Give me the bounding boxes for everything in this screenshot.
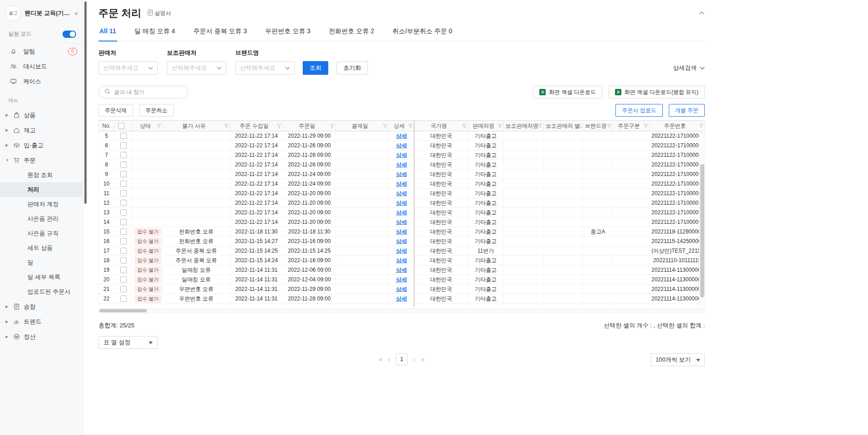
next-page-button[interactable]: ›	[413, 355, 415, 363]
column-header-sub_alias[interactable]: 보조판매처 별…	[544, 121, 583, 131]
order-upload-button[interactable]: 주문서 업로드	[615, 104, 662, 117]
tab-4[interactable]: 전화번호 오류 2	[328, 23, 375, 41]
row-checkbox[interactable]	[120, 267, 127, 273]
order-delete-button[interactable]: 주문삭제	[98, 104, 133, 117]
row-checkbox[interactable]	[120, 142, 127, 149]
row-checkbox[interactable]	[120, 209, 127, 216]
detail-link[interactable]: 상세	[396, 295, 407, 302]
prev-page-button[interactable]: ‹	[388, 355, 390, 363]
detail-link[interactable]: 상세	[396, 209, 407, 216]
column-header-no[interactable]: No.	[99, 121, 114, 131]
last-page-button[interactable]: »	[421, 355, 424, 363]
find-in-results-input[interactable]	[114, 89, 182, 95]
filter-icon[interactable]	[277, 124, 282, 130]
sidebar-menu-products[interactable]: ▶상품	[0, 108, 83, 123]
detail-link[interactable]: 상세	[396, 219, 407, 225]
detail-link[interactable]: 상세	[396, 286, 407, 292]
row-checkbox[interactable]	[120, 286, 127, 292]
filter-select[interactable]: 선택해주세요	[98, 61, 158, 75]
reset-button[interactable]: 초기화	[336, 61, 368, 75]
excel-download-button[interactable]: X 화면 엑셀 다운로드	[533, 86, 602, 98]
detail-link[interactable]: 상세	[396, 276, 407, 283]
detail-link[interactable]: 상세	[396, 228, 407, 235]
filter-icon[interactable]	[537, 124, 542, 130]
sidebar-submenu-item[interactable]: 판매처 계정	[0, 197, 83, 212]
tab-2[interactable]: 주문서 중복 오류 3	[192, 23, 248, 41]
sidebar-submenu-item[interactable]: 업로드된 주문서	[0, 285, 83, 299]
column-header-order_date[interactable]: 주문일	[283, 121, 336, 131]
column-header-brand[interactable]: 브랜드명	[583, 121, 613, 131]
row-checkbox[interactable]	[120, 295, 127, 302]
sidebar-collapse-icon[interactable]: «	[74, 10, 78, 17]
row-checkbox[interactable]	[120, 248, 127, 254]
column-header-reason[interactable]: 불가 사유	[163, 121, 230, 131]
filter-icon[interactable]	[382, 124, 388, 130]
row-checkbox[interactable]	[120, 257, 127, 264]
sidebar-menu-inout[interactable]: ▶입·출고	[0, 138, 83, 153]
find-in-results[interactable]	[98, 86, 188, 98]
sidebar-submenu-item[interactable]: 딜	[0, 255, 83, 270]
sidebar-item-dashboard[interactable]: 대시보드	[0, 59, 83, 74]
sidebar-menu-invoice[interactable]: ▶송장	[0, 299, 83, 314]
row-checkbox[interactable]	[120, 133, 127, 139]
column-header-order_type[interactable]: 주문구분	[613, 121, 650, 131]
column-header-checkbox[interactable]	[114, 121, 133, 131]
detail-link[interactable]: 상세	[396, 161, 407, 168]
tab-1[interactable]: 딜 매칭 오류 4	[134, 23, 176, 41]
detail-link[interactable]: 상세	[396, 200, 407, 206]
filter-icon[interactable]	[462, 124, 467, 130]
row-checkbox[interactable]	[120, 190, 127, 197]
detail-link[interactable]: 상세	[396, 142, 407, 149]
row-checkbox[interactable]	[120, 238, 127, 244]
filter-icon[interactable]	[607, 124, 612, 130]
detail-link[interactable]: 상세	[396, 181, 407, 187]
detail-link[interactable]: 상세	[396, 133, 407, 139]
experiment-mode-toggle[interactable]	[62, 31, 76, 38]
individual-order-button[interactable]: 개별 주문	[669, 104, 705, 117]
filter-icon[interactable]	[408, 124, 413, 130]
row-checkbox[interactable]	[120, 276, 127, 283]
filter-icon[interactable]	[224, 124, 229, 130]
detail-link[interactable]: 상세	[396, 248, 407, 254]
current-page[interactable]: 1	[396, 353, 408, 365]
tab-5[interactable]: 취소/부분취소 주문 0	[392, 23, 453, 41]
tab-0[interactable]: All 11	[98, 23, 117, 41]
row-checkbox[interactable]	[120, 152, 127, 158]
column-header-pay_date[interactable]: 결제일	[336, 121, 389, 131]
sidebar-submenu-item[interactable]: 사은품 관리	[0, 212, 83, 226]
sidebar-scrollbar[interactable]	[83, 0, 88, 435]
row-checkbox[interactable]	[120, 228, 127, 235]
filter-icon[interactable]	[643, 124, 648, 130]
filter-icon[interactable]	[330, 124, 335, 130]
detail-link[interactable]: 상세	[396, 257, 407, 264]
sidebar-item-alerts[interactable]: 알림0	[0, 44, 83, 59]
sidebar-scrollbar-thumb[interactable]	[84, 1, 87, 204]
filter-icon[interactable]	[699, 124, 704, 130]
sidebar-submenu-item[interactable]: 처리	[0, 182, 83, 197]
column-header-seller[interactable]: 판매처명	[468, 121, 504, 131]
header-collapse-icon[interactable]	[698, 11, 705, 16]
sidebar-menu-settlement[interactable]: ▶₩정산	[0, 329, 83, 344]
detail-link[interactable]: 상세	[396, 190, 407, 197]
order-cancel-button[interactable]: 주문취소	[139, 104, 174, 117]
filter-select[interactable]: 선택해주세요	[167, 61, 226, 75]
table-vertical-scrollbar[interactable]	[699, 131, 705, 307]
column-header-detail[interactable]: 상세	[389, 121, 414, 131]
excel-download-merge-button[interactable]: X 화면 엑셀 다운로드(병합 유지)	[609, 86, 705, 98]
column-header-collected[interactable]: 주문 수집일	[230, 121, 283, 131]
sidebar-item-cases[interactable]: 케이스	[0, 74, 83, 89]
detail-link[interactable]: 상세	[396, 152, 407, 158]
column-header-status[interactable]: 상태	[133, 121, 163, 131]
sidebar-menu-inventory[interactable]: ▶재고	[0, 123, 83, 138]
detail-link[interactable]: 상세	[396, 238, 407, 244]
vertical-scrollbar-thumb[interactable]	[700, 164, 704, 297]
row-checkbox[interactable]	[120, 219, 127, 225]
sidebar-menu-orders[interactable]: ▼주문	[0, 153, 83, 168]
sidebar-submenu-item[interactable]: 원장 조회	[0, 168, 83, 182]
filter-icon[interactable]	[156, 124, 161, 130]
row-checkbox[interactable]	[120, 200, 127, 206]
row-checkbox[interactable]	[120, 161, 127, 168]
detail-link[interactable]: 상세	[396, 267, 407, 273]
tab-3[interactable]: 우편번호 오류 3	[264, 23, 312, 41]
table-horizontal-scrollbar[interactable]	[98, 308, 705, 313]
